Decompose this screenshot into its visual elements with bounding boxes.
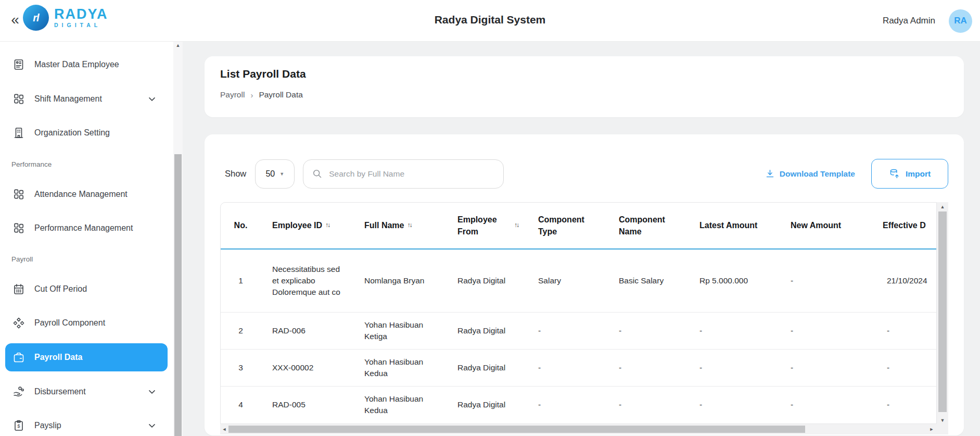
table-row[interactable]: 3 XXX-00002 Yohan Hasibuan Kedua Radya D…	[221, 349, 936, 386]
table-header-row: No. Employee ID↑↓ Full Name↑↓ Employee F…	[221, 203, 936, 250]
sidebar-item-label: Disbursement	[34, 387, 86, 396]
scrollbar-up-icon[interactable]: ▲	[173, 43, 183, 48]
cell-employee-id: XXX-00002	[261, 350, 353, 386]
cell-latest-amount: Rp 5.000.000	[688, 250, 779, 312]
import-button-label: Import	[906, 169, 931, 179]
sidebar-item-payroll-data[interactable]: Payroll Data	[5, 343, 168, 371]
column-header-full-name[interactable]: Full Name↑↓	[353, 203, 446, 248]
cell-no: 4	[221, 387, 261, 422]
column-header-latest-amount: Latest Amount	[688, 203, 779, 248]
cell-full-name: Yohan Hasibuan Kedua	[353, 387, 446, 422]
table-controls: Show 50 ▼ Download Template Import	[225, 159, 948, 189]
grid-icon	[12, 222, 25, 234]
download-template-link[interactable]: Download Template	[765, 169, 855, 179]
page-size-select[interactable]: 50 ▼	[255, 159, 295, 189]
column-header-effective-date: Effective Date	[871, 203, 937, 248]
search-input[interactable]	[329, 169, 495, 179]
cell-employee-id: RAD-006	[261, 313, 353, 349]
scrollbar-down-icon[interactable]: ▼	[937, 418, 948, 423]
horizontal-scrollbar-thumb[interactable]	[228, 426, 805, 433]
cell-component-name: -	[607, 387, 688, 422]
sidebar-item-performance-management[interactable]: Performance Management	[5, 214, 168, 242]
sidebar-section-payroll: Payroll	[11, 255, 33, 263]
user-menu: Radya Admin RA	[883, 0, 972, 42]
sidebar-item-label: Payroll Component	[34, 318, 105, 328]
breadcrumb-separator-icon: ›	[250, 91, 253, 99]
table-vertical-scrollbar[interactable]: ▲ ▼	[937, 202, 948, 424]
sidebar-item-label: Payroll Data	[34, 353, 82, 362]
cell-component-type: -	[527, 387, 607, 422]
cell-component-type: -	[527, 350, 607, 386]
user-initials: RA	[954, 16, 967, 26]
sidebar-collapse-icon[interactable]: «	[6, 9, 24, 30]
table-row[interactable]: 1 Necessitatibus sed et explicabo Dolore…	[221, 250, 936, 312]
user-avatar[interactable]: RA	[949, 9, 972, 33]
column-header-no: No.	[221, 203, 261, 248]
import-button[interactable]: Import	[871, 159, 948, 189]
chevron-down-icon	[147, 94, 157, 104]
sidebar-item-master-data-employee[interactable]: Master Data Employee	[5, 51, 168, 79]
cell-employee-from: Radya Digital	[446, 350, 527, 386]
sidebar-section-performance: Performance	[11, 160, 52, 168]
cell-employee-id: Necessitatibus sed et explicabo Doloremq…	[261, 250, 353, 312]
cell-new-amount: -	[779, 313, 871, 349]
caret-down-icon: ▼	[279, 171, 284, 177]
cell-employee-from: Radya Digital	[446, 250, 527, 312]
scrollbar-left-icon[interactable]: ◄	[220, 424, 228, 434]
cell-latest-amount: -	[688, 313, 779, 349]
cell-new-amount: -	[779, 250, 871, 312]
app-title: Radya Digital System	[435, 14, 546, 26]
sort-icon[interactable]: ↑↓	[325, 221, 329, 230]
cell-full-name: Nomlanga Bryan	[353, 250, 446, 312]
scrollbar-right-icon[interactable]: ►	[927, 424, 936, 434]
breadcrumb-item-payroll[interactable]: Payroll	[220, 90, 245, 99]
breadcrumb-item-payroll-data: Payroll Data	[259, 90, 302, 99]
download-icon	[765, 169, 775, 179]
cell-effective-date: 21/10/2024	[871, 250, 937, 312]
cell-effective-date: -	[871, 387, 937, 422]
column-header-employee-from[interactable]: Employee From↑↓	[446, 203, 527, 248]
sidebar: Master Data Employee Shift Management Or…	[0, 42, 173, 436]
scrollbar-up-icon[interactable]: ▲	[937, 204, 948, 209]
search-box[interactable]	[303, 159, 504, 189]
column-header-employee-id[interactable]: Employee ID↑↓	[261, 203, 353, 248]
sidebar-item-cut-off-period[interactable]: Cut Off Period	[5, 275, 168, 303]
brand-logo: rl RADYA DIGITAL	[23, 5, 108, 31]
table-row[interactable]: 2 RAD-006 Yohan Hasibuan Ketiga Radya Di…	[221, 312, 936, 349]
cell-component-type: -	[527, 313, 607, 349]
chevron-down-icon	[147, 420, 157, 431]
topbar: « rl RADYA DIGITAL Radya Digital System …	[0, 0, 980, 42]
sort-icon[interactable]: ↑↓	[407, 221, 411, 230]
cell-employee-from: Radya Digital	[446, 387, 527, 422]
sidebar-item-label: Payslip	[34, 421, 61, 430]
sort-icon[interactable]: ↑↓	[514, 221, 518, 230]
grid-icon	[12, 93, 25, 105]
sidebar-scrollbar[interactable]: ▲	[173, 42, 183, 436]
table-horizontal-scrollbar[interactable]: ◄ ►	[220, 424, 948, 434]
user-name: Radya Admin	[883, 16, 935, 26]
vertical-scrollbar-thumb[interactable]	[938, 211, 947, 412]
cell-effective-date: -	[871, 350, 937, 386]
payroll-data-card: Show 50 ▼ Download Template Import No. E…	[205, 134, 964, 435]
sidebar-item-label: Performance Management	[34, 223, 133, 233]
table-row[interactable]: 4 RAD-005 Yohan Hasibuan Kedua Radya Dig…	[221, 386, 936, 422]
employee-document-icon	[12, 58, 25, 71]
cell-new-amount: -	[779, 387, 871, 422]
cell-no: 2	[221, 313, 261, 349]
cell-effective-date: -	[871, 313, 937, 349]
cell-full-name: Yohan Hasibuan Ketiga	[353, 313, 446, 349]
payroll-table: No. Employee ID↑↓ Full Name↑↓ Employee F…	[220, 202, 948, 434]
page-title: List Payroll Data	[220, 68, 306, 80]
sidebar-item-attendance-management[interactable]: Attendance Management	[5, 180, 168, 208]
sidebar-scrollbar-thumb[interactable]	[174, 154, 182, 436]
cell-component-name: Basic Salary	[607, 250, 688, 312]
breadcrumb: Payroll › Payroll Data	[220, 90, 303, 99]
sidebar-item-shift-management[interactable]: Shift Management	[5, 85, 168, 113]
sidebar-item-payroll-component[interactable]: Payroll Component	[5, 309, 168, 337]
sidebar-item-disbursement[interactable]: Disbursement	[5, 378, 168, 406]
sidebar-item-organization-setting[interactable]: Organization Setting	[5, 119, 168, 147]
sidebar-item-payslip[interactable]: $ Payslip	[5, 412, 168, 436]
hand-coins-icon	[12, 385, 25, 398]
cell-no: 1	[221, 250, 261, 312]
cell-latest-amount: -	[688, 387, 779, 422]
